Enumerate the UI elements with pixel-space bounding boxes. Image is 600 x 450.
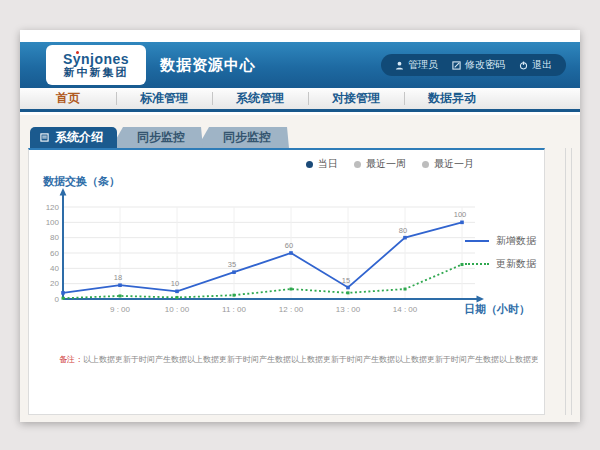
data-point-marker <box>176 296 179 299</box>
data-point-marker <box>61 291 65 295</box>
footnote-label: 备注： <box>59 355 83 364</box>
data-point-marker <box>404 288 407 291</box>
main-nav: 首页 标准管理 系统管理 对接管理 数据异动 <box>20 88 580 112</box>
data-point-marker <box>232 270 236 274</box>
user-icon <box>395 61 404 70</box>
x-axis-title: 日期（小时） <box>464 302 530 317</box>
data-point-label: 35 <box>228 260 236 269</box>
range-label: 最近一月 <box>434 157 474 171</box>
svg-text:120: 120 <box>46 203 60 212</box>
svg-text:0: 0 <box>55 295 60 304</box>
document-icon <box>40 133 49 142</box>
current-user[interactable]: 管理员 <box>395 58 438 72</box>
series-更新数据 <box>63 265 462 299</box>
range-label: 最近一周 <box>366 157 406 171</box>
data-point-label: 18 <box>114 273 122 282</box>
radio-icon <box>354 161 361 168</box>
svg-text:12 : 00: 12 : 00 <box>279 305 304 314</box>
chart-legend: 新增数据更新数据 <box>465 234 536 271</box>
content-area: 系统介绍 同步监控 同步监控 当日 最近一周 <box>20 115 580 422</box>
tab-system-intro[interactable]: 系统介绍 <box>30 127 117 148</box>
change-password-button[interactable]: 修改密码 <box>452 58 505 72</box>
data-point-marker <box>175 290 179 294</box>
data-point-label: 60 <box>285 241 293 250</box>
change-password-label: 修改密码 <box>465 58 505 72</box>
brand-name: Synjones <box>63 52 129 66</box>
user-menu: 管理员 修改密码 退出 <box>381 54 566 76</box>
logout-label: 退出 <box>532 58 552 72</box>
logout-button[interactable]: 退出 <box>519 58 552 72</box>
data-point-marker <box>119 294 122 297</box>
time-range-selector: 当日 最近一周 最近一月 <box>306 157 474 171</box>
tab-sync-monitor-2[interactable]: 同步监控 <box>197 127 289 148</box>
data-point-marker <box>403 236 407 240</box>
tab-bar: 系统介绍 同步监控 同步监控 <box>30 127 289 148</box>
data-point-marker <box>460 221 464 225</box>
chart-panel: 当日 最近一周 最近一月 数据交换（条） 0204060801001209 : … <box>28 148 545 415</box>
nav-item-data-change[interactable]: 数据异动 <box>404 90 500 107</box>
page-title: 数据资源中心 <box>160 42 256 88</box>
company-logo: Synjones 新中新集团 <box>46 45 146 85</box>
data-point-marker <box>289 251 293 255</box>
data-point-marker <box>347 291 350 294</box>
legend-item[interactable]: 更新数据 <box>465 257 536 271</box>
nav-item-system-mgmt[interactable]: 系统管理 <box>212 90 308 107</box>
tab-label: 系统介绍 <box>55 129 103 146</box>
svg-text:40: 40 <box>50 264 59 273</box>
svg-text:60: 60 <box>50 249 59 258</box>
legend-line-swatch <box>465 263 489 265</box>
svg-text:11 : 00: 11 : 00 <box>222 305 246 314</box>
footnote-text: 以上数据更新于时间产生数据以上数据更新于时间产生数据以上数据更新于时间产生数据以… <box>83 355 538 364</box>
nav-item-interface-mgmt[interactable]: 对接管理 <box>308 90 404 107</box>
data-point-marker <box>346 286 350 290</box>
svg-text:9 : 00: 9 : 00 <box>110 305 131 314</box>
svg-text:14 : 00: 14 : 00 <box>393 305 418 314</box>
scrollbar-track[interactable] <box>565 148 572 415</box>
tick-labels: 0204060801001209 : 0010 : 0011 : 0012 : … <box>46 203 418 315</box>
nav-item-standard-mgmt[interactable]: 标准管理 <box>116 90 212 107</box>
data-point-marker <box>118 283 122 287</box>
radio-icon <box>422 161 429 168</box>
radio-icon <box>306 161 313 168</box>
tab-label: 同步监控 <box>223 129 271 146</box>
power-icon <box>519 61 528 70</box>
tab-label: 同步监控 <box>137 129 185 146</box>
footnote: 备注：以上数据更新于时间产生数据以上数据更新于时间产生数据以上数据更新于时间产生… <box>59 354 538 365</box>
svg-text:10 : 00: 10 : 00 <box>165 305 190 314</box>
range-label: 当日 <box>318 157 338 171</box>
logo-red-dot <box>76 51 79 54</box>
legend-label: 新增数据 <box>496 234 536 248</box>
user-label: 管理员 <box>408 58 438 72</box>
data-point-label: 80 <box>399 226 407 235</box>
data-point-marker <box>62 297 65 300</box>
svg-text:13 : 00: 13 : 00 <box>336 305 361 314</box>
app-window: Synjones 新中新集团 数据资源中心 管理员 修改密码 <box>20 30 580 422</box>
legend-item[interactable]: 新增数据 <box>465 234 536 248</box>
edit-icon <box>452 61 461 70</box>
data-point-marker <box>290 288 293 291</box>
svg-text:80: 80 <box>50 233 59 242</box>
legend-label: 更新数据 <box>496 257 536 271</box>
range-option-last-week[interactable]: 最近一周 <box>354 157 406 171</box>
data-point-label: 15 <box>342 276 350 285</box>
range-option-today[interactable]: 当日 <box>306 157 338 171</box>
svg-text:20: 20 <box>50 279 59 288</box>
data-point-marker <box>461 263 464 266</box>
legend-line-swatch <box>465 240 489 242</box>
app-header: Synjones 新中新集团 数据资源中心 管理员 修改密码 <box>20 42 580 88</box>
svg-text:100: 100 <box>46 218 60 227</box>
tab-sync-monitor-1[interactable]: 同步监控 <box>111 127 203 148</box>
nav-item-home[interactable]: 首页 <box>20 90 116 107</box>
company-name: 新中新集团 <box>64 66 129 79</box>
data-point-label: 100 <box>454 210 467 219</box>
data-point-label: 10 <box>171 279 179 288</box>
range-option-last-month[interactable]: 最近一月 <box>422 157 474 171</box>
data-point-marker <box>233 294 236 297</box>
